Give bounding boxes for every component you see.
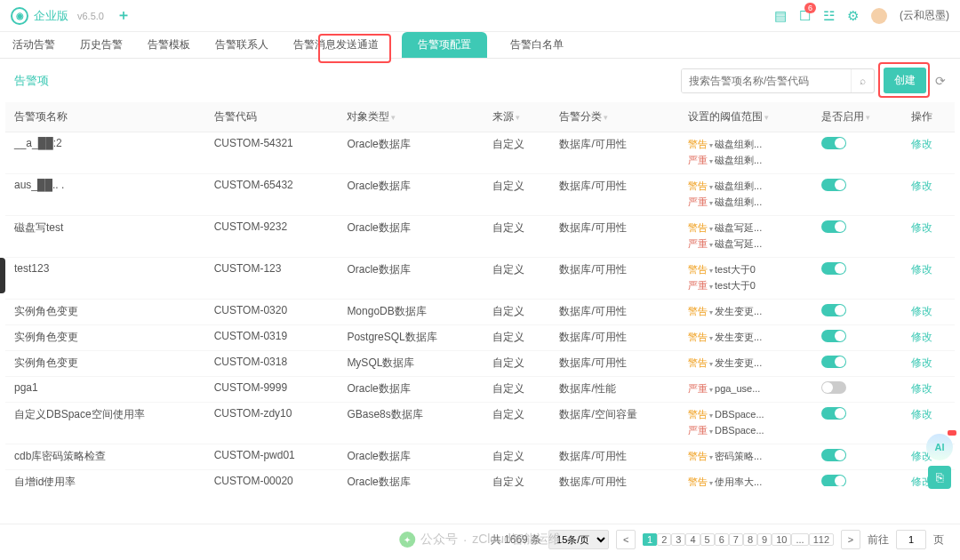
enable-toggle[interactable] <box>821 381 846 394</box>
col-op: 操作 <box>902 102 955 132</box>
page-2[interactable]: 2 <box>657 533 671 546</box>
cell-name: 实例角色变更 <box>5 300 205 325</box>
cell-src: 自定义 <box>484 174 550 216</box>
enable-toggle[interactable] <box>821 304 846 316</box>
cell-thresh: 警告▾磁盘组剩...严重▾磁盘组剩... <box>679 174 812 216</box>
edit-link[interactable]: 修改 <box>911 382 932 395</box>
tab-2[interactable]: 告警模板 <box>146 32 192 58</box>
col-name: 告警项名称 <box>5 102 205 132</box>
table-row: 自定义DBSpace空间使用率CUSTOM-zdy10GBase8s数据库自定义… <box>5 403 955 444</box>
page-3[interactable]: 3 <box>671 533 685 546</box>
tab-3[interactable]: 告警联系人 <box>213 32 270 58</box>
search-input[interactable] <box>682 69 851 92</box>
col-cat: 告警分类▾ <box>550 102 679 132</box>
edit-link[interactable]: 修改 <box>911 221 932 234</box>
search-icon[interactable]: ⌕ <box>851 69 874 92</box>
cell-thresh: 警告▾发生变更... <box>679 325 812 351</box>
page-10[interactable]: 10 <box>772 533 791 546</box>
tab-4[interactable]: 告警消息发送通道 <box>292 32 380 58</box>
filter-icon[interactable]: ▾ <box>391 113 396 122</box>
tab-6[interactable]: 告警白名单 <box>508 32 565 58</box>
tab-5[interactable]: 告警项配置 <box>402 32 487 58</box>
table-row: test123CUSTOM-123Oracle数据库自定义数据库/可用性警告▾t… <box>5 258 955 300</box>
page-112[interactable]: 112 <box>809 533 834 546</box>
page-9[interactable]: 9 <box>757 533 772 546</box>
cell-name: pga1 <box>5 377 205 403</box>
enable-toggle[interactable] <box>821 137 846 149</box>
table-row: 实例角色变更CUSTOM-0320MongoDB数据库自定义数据库/可用性警告▾… <box>5 300 955 325</box>
enable-toggle[interactable] <box>821 475 846 486</box>
enable-toggle[interactable] <box>821 262 846 275</box>
avatar[interactable] <box>871 8 887 24</box>
enable-toggle[interactable] <box>821 407 846 420</box>
cell-obj: Oracle数据库 <box>338 377 484 403</box>
enable-toggle[interactable] <box>821 356 846 368</box>
cell-thresh: 严重▾pga_use... <box>679 377 812 403</box>
cell-name: test123 <box>5 258 205 300</box>
page-7[interactable]: 7 <box>729 533 743 546</box>
tab-1[interactable]: 历史告警 <box>78 32 124 58</box>
ai-assistant-icon[interactable]: AI <box>926 434 953 460</box>
page-8[interactable]: 8 <box>743 533 757 546</box>
username[interactable]: (云和恩墨) <box>900 8 949 23</box>
edit-link[interactable]: 修改 <box>911 331 932 343</box>
cell-src: 自定义 <box>484 444 550 470</box>
cell-obj: PostgreSQL数据库 <box>338 325 484 351</box>
goto-input[interactable] <box>896 530 926 549</box>
page-...[interactable]: ... <box>791 533 808 546</box>
cell-code: CUSTOM-0318 <box>205 351 339 377</box>
cell-code: CUSTOM-0320 <box>205 300 339 325</box>
create-button[interactable]: 创建 <box>884 68 926 93</box>
page-size-select[interactable]: 15条/页 <box>548 530 609 549</box>
prev-page[interactable]: < <box>616 530 636 549</box>
cell-cat: 数据库/可用性 <box>550 216 679 258</box>
tab-0[interactable]: 活动告警 <box>11 32 57 58</box>
side-handle[interactable] <box>0 258 5 293</box>
enable-toggle[interactable] <box>821 449 846 461</box>
doc-icon[interactable]: ▤ <box>774 8 787 24</box>
cell-code: CUSTOM-pwd01 <box>205 444 339 470</box>
page-6[interactable]: 6 <box>715 533 729 546</box>
ai-panel-button[interactable]: ⎘ <box>928 466 951 489</box>
cell-name: 实例角色变更 <box>5 351 205 377</box>
table-row: 实例角色变更CUSTOM-0319PostgreSQL数据库自定义数据库/可用性… <box>5 325 955 351</box>
page-1[interactable]: 1 <box>643 533 657 546</box>
edit-link[interactable]: 修改 <box>911 138 932 150</box>
filter-icon[interactable]: ▾ <box>604 113 608 122</box>
gear-icon[interactable]: ⚙ <box>847 8 859 24</box>
edit-link[interactable]: 修改 <box>911 180 932 192</box>
col-thresh: 设置的阈值范围▾ <box>679 102 812 132</box>
table-row: cdb库密码策略检查CUSTOM-pwd01Oracle数据库自定义数据库/可用… <box>5 444 955 470</box>
edit-link[interactable]: 修改 <box>911 305 932 317</box>
cell-thresh: 警告▾磁盘组剩...严重▾磁盘组剩... <box>679 132 812 174</box>
refresh-icon[interactable]: ⟳ <box>935 74 946 88</box>
bell-icon[interactable]: ☐6 <box>799 8 811 24</box>
edit-link[interactable]: 修改 <box>911 263 932 276</box>
col-code: 告警代码 <box>205 102 339 132</box>
cell-cat: 数据库/可用性 <box>550 325 679 351</box>
page-4[interactable]: 4 <box>685 533 700 546</box>
total-label: 共 1669 条 <box>491 532 541 548</box>
notification-badge: 6 <box>804 3 816 13</box>
cell-thresh: 警告▾DBSpace...严重▾DBSpace... <box>679 403 812 444</box>
filter-icon[interactable]: ▾ <box>764 113 769 122</box>
cell-obj: Oracle数据库 <box>338 216 484 258</box>
add-button[interactable]: ＋ <box>116 6 131 25</box>
next-page[interactable]: > <box>841 530 860 549</box>
filter-icon[interactable]: ▾ <box>866 113 870 122</box>
filter-icon[interactable]: ▾ <box>516 113 520 122</box>
cell-src: 自定义 <box>484 470 550 487</box>
enable-toggle[interactable] <box>821 179 846 191</box>
enable-toggle[interactable] <box>821 330 846 342</box>
page-5[interactable]: 5 <box>700 533 715 546</box>
pagination: 共 1669 条 15条/页 < 12345678910...112 > 前往 … <box>0 524 960 555</box>
cell-obj: MySQL数据库 <box>338 351 484 377</box>
cell-thresh: 警告▾使用率大... <box>679 470 812 487</box>
brand-name: 企业版 <box>34 8 68 24</box>
enable-toggle[interactable] <box>821 220 846 233</box>
cell-code: CUSTOM-54321 <box>205 132 339 174</box>
edit-link[interactable]: 修改 <box>911 356 932 369</box>
edit-link[interactable]: 修改 <box>911 408 932 420</box>
col-enabled: 是否启用▾ <box>812 102 902 132</box>
clipboard-icon[interactable]: ☳ <box>823 8 835 24</box>
